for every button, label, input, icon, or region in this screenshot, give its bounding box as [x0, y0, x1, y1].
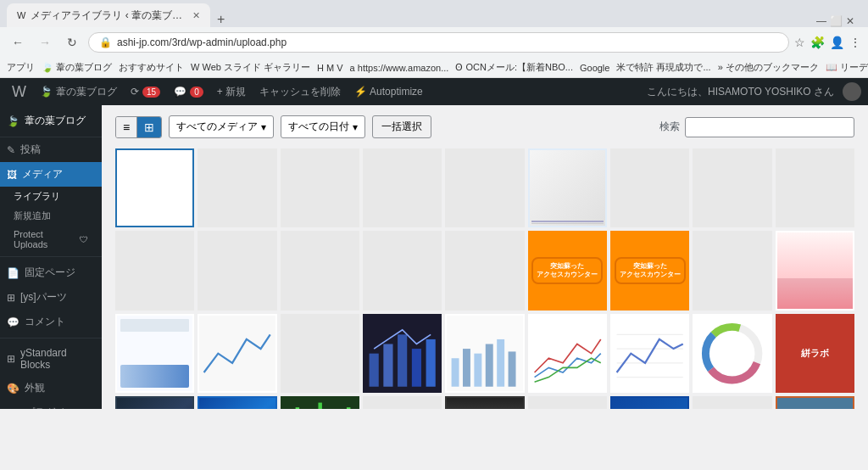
sidebar-item-media[interactable]: 🖼 メディア	[0, 162, 102, 187]
comments-icon: 💬	[7, 316, 19, 328]
svg-rect-9	[498, 339, 505, 387]
media-item[interactable]	[610, 148, 689, 227]
comments-label: コメント	[25, 315, 65, 329]
admin-bar-howdy: こんにちは、HISAMOTO YOSHIKO さん	[647, 85, 834, 99]
media-item[interactable]	[281, 148, 359, 227]
media-icon: 🖼	[7, 169, 17, 181]
tab-close-icon[interactable]: ✕	[192, 10, 200, 21]
bookmarks-more[interactable]: » その他のブックマーク	[718, 61, 819, 74]
admin-bar-autoptimize[interactable]: ⚡ Autoptimize	[349, 86, 428, 98]
media-item[interactable]	[363, 231, 442, 310]
admin-bar-cache[interactable]: キャッシュを削除	[254, 85, 346, 99]
profile-icon[interactable]: 👤	[830, 36, 844, 49]
bulk-select-button[interactable]: 一括選択	[372, 115, 431, 138]
media-item-access-counter-2[interactable]: 突如蘇ったアクセスカウンター	[610, 231, 689, 310]
browser-actions: ☆ 🧩 👤 ⋮	[794, 36, 861, 49]
svg-rect-0	[370, 353, 379, 386]
media-item-blue-bg[interactable]	[610, 396, 689, 409]
media-item-pink-chart[interactable]	[776, 231, 854, 310]
new-tab-button[interactable]: +	[210, 12, 231, 27]
media-item[interactable]	[281, 314, 359, 393]
sidebar-item-plugins[interactable]: 🔌 プラグイン 11	[0, 400, 102, 409]
search-input[interactable]	[685, 117, 854, 137]
sidebar-item-pages[interactable]: 📄 固定ページ	[0, 260, 102, 285]
media-item[interactable]	[693, 148, 771, 227]
media-item-dark-chart[interactable]	[363, 314, 442, 393]
media-item-roof-photo[interactable]	[776, 396, 854, 409]
refresh-button[interactable]: ↻	[61, 31, 83, 53]
media-item[interactable]	[445, 231, 524, 310]
bookmarks-blog[interactable]: 🍃 葦の葉ブログ	[42, 61, 112, 74]
admin-bar-comments[interactable]: 💬 0	[169, 86, 209, 98]
media-item-red-label[interactable]: 絣ラボ	[776, 314, 854, 393]
sidebar-subitem-protect-uploads[interactable]: Protect Uploads 🛡	[0, 226, 102, 253]
svg-rect-21	[295, 407, 298, 409]
view-toggle: ≡ ⊞	[115, 116, 162, 138]
view-list-button[interactable]: ≡	[116, 117, 137, 137]
media-item-green-bars[interactable]	[281, 396, 359, 409]
bookmarks-gallery[interactable]: W Web スライド ギャラリー	[191, 61, 310, 74]
admin-bar-new[interactable]: + 新規	[212, 85, 251, 99]
media-item-chart-pink[interactable]	[693, 314, 771, 393]
svg-rect-3	[412, 349, 421, 387]
sidebar-item-ystandard[interactable]: ⊞ yStandard Blocks	[0, 342, 102, 376]
sidebar-item-posts[interactable]: ✎ 投稿	[0, 137, 102, 162]
media-type-filter[interactable]: すべてのメディア ▾	[169, 115, 274, 138]
media-item[interactable]	[281, 231, 359, 310]
media-item-blue-photo[interactable]	[198, 396, 276, 409]
media-item[interactable]	[198, 148, 276, 227]
view-grid-button[interactable]: ⊞	[137, 117, 161, 137]
bookmark-icon[interactable]: ☆	[794, 36, 805, 49]
ys-parts-label: [ys]パーツ	[20, 290, 67, 305]
media-item[interactable]	[693, 396, 771, 409]
sidebar-subitem-add-new[interactable]: 新規追加	[0, 206, 102, 226]
media-item[interactable]	[693, 231, 771, 310]
bookmarks-amazon[interactable]: a https://www.amazon...	[350, 63, 449, 73]
sidebar-item-appearance[interactable]: 🎨 外観	[0, 376, 102, 400]
svg-rect-4	[426, 339, 436, 387]
forward-button[interactable]: →	[34, 31, 56, 53]
admin-bar-site[interactable]: 🍃 葦の葉ブログ	[35, 85, 122, 99]
bookmarks-hmv[interactable]: H M V	[317, 63, 343, 73]
media-item-chart-multi[interactable]	[528, 314, 607, 393]
address-bar[interactable]: 🔒 ashi-jp.com/3rd/wp-admin/upload.php	[88, 32, 789, 53]
media-item[interactable]	[198, 231, 276, 310]
media-item[interactable]	[115, 148, 194, 227]
media-item[interactable]	[363, 396, 442, 409]
sidebar-item-ys-parts[interactable]: ⊞ [ys]パーツ	[0, 285, 102, 310]
svg-rect-8	[486, 344, 493, 386]
media-item-chart-bar[interactable]	[445, 314, 524, 393]
sidebar-subitem-library[interactable]: ライブラリ	[0, 187, 102, 206]
bookmarks-apps[interactable]: アプリ	[7, 61, 35, 74]
admin-bar-avatar[interactable]	[843, 82, 861, 101]
media-item-portrait[interactable]	[445, 396, 524, 409]
back-button[interactable]: ←	[7, 31, 29, 53]
media-item[interactable]	[115, 231, 194, 310]
admin-bar-updates[interactable]: ⟳ 15	[125, 86, 165, 98]
extensions-icon[interactable]: 🧩	[810, 36, 825, 49]
media-item[interactable]	[528, 148, 607, 227]
menu-icon[interactable]: ⋮	[849, 36, 861, 49]
media-item-dark-photo[interactable]	[115, 396, 194, 409]
date-filter-label: すべての日付	[288, 120, 349, 134]
wp-logo-icon[interactable]: W	[7, 83, 31, 101]
bookmarks-sites[interactable]: おすすめサイト	[119, 61, 184, 74]
media-item[interactable]	[528, 396, 607, 409]
plugins-label: プラグイン	[25, 406, 72, 409]
sidebar-item-comments[interactable]: 💬 コメント	[0, 310, 102, 334]
admin-bar: W 🍃 葦の葉ブログ ⟳ 15 💬 0 + 新規 キャッシュを削除 ⚡ Auto…	[0, 78, 868, 105]
date-filter[interactable]: すべての日付 ▾	[281, 115, 365, 138]
media-item-chart-blue[interactable]	[115, 314, 194, 393]
media-item-access-counter-1[interactable]: 突如蘇ったアクセスカウンター	[528, 231, 607, 310]
bookmarks-patent[interactable]: 米で特許 再現成功で...	[616, 61, 710, 74]
media-item[interactable]	[776, 148, 854, 227]
media-item[interactable]	[445, 148, 524, 227]
bookmarks-ocn[interactable]: ʘ OCNメール:【新着NBO...	[455, 61, 573, 74]
media-item-chart-line[interactable]	[198, 314, 276, 393]
media-item-chart-grid[interactable]	[610, 314, 689, 393]
sidebar-brand: 🍃 葦の葉ブログ	[0, 105, 102, 137]
bookmarks-google[interactable]: Google	[580, 63, 609, 73]
media-item[interactable]	[363, 148, 442, 227]
active-tab[interactable]: W メディアライブラリ ‹ 葦の葉ブログ — Wo... ✕	[7, 3, 210, 27]
bookmarks-reading[interactable]: 📖 リーディング リスト	[826, 61, 868, 74]
